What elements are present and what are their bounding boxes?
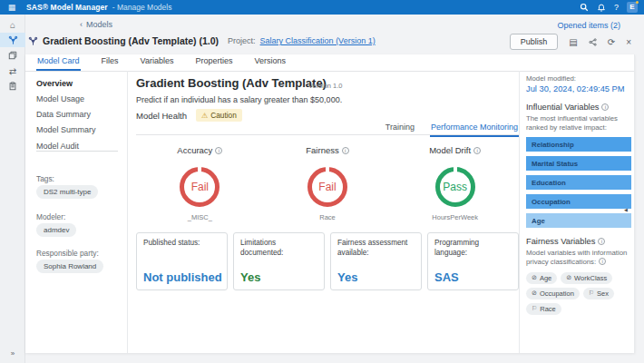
gauge-notch (198, 166, 201, 172)
info-icon[interactable]: i (598, 238, 605, 245)
champion-model-icon (28, 36, 38, 46)
fairness-chip-race: ⚐Race (526, 303, 561, 315)
project-link[interactable]: Salary Classification (Version 1) (260, 36, 376, 45)
compare-icon: ⇄ (9, 66, 16, 76)
card-label: Programming language: (434, 239, 512, 258)
report-button[interactable]: ▤ (569, 37, 577, 47)
search-icon (580, 3, 589, 12)
refresh-button[interactable]: ⟳ (608, 37, 615, 47)
user-avatar[interactable]: E (627, 2, 638, 13)
rail-home-button[interactable]: ⌂ (0, 17, 25, 32)
subnav-divider (36, 151, 118, 152)
close-icon: × (626, 37, 631, 47)
share-button[interactable] (589, 38, 597, 46)
gauge-variable: HoursPerWeek (391, 213, 519, 221)
card-label: Fairness assessment available: (337, 239, 415, 258)
model-tabs: Model Card Files Variables Properties Ve… (36, 54, 287, 71)
tab-files[interactable]: Files (101, 54, 120, 71)
subnav-model-summary[interactable]: Model Summary (36, 124, 96, 135)
warning-icon: ⚠ (201, 112, 208, 120)
info-icon[interactable]: i (599, 258, 606, 265)
app-switcher-button[interactable]: ▦ (0, 0, 24, 15)
rail-tasks-button[interactable] (0, 79, 25, 93)
model-description: Predict if an individual has a salary gr… (136, 95, 342, 104)
subnav-content-divider (127, 71, 128, 353)
responsible-party-label: Responsible party: (36, 249, 99, 258)
help-button[interactable]: ? (614, 3, 619, 12)
search-button[interactable] (580, 3, 589, 12)
subnav-data-summary[interactable]: Data Summary (36, 109, 91, 120)
product-title: SAS® Model Manager (26, 3, 108, 12)
close-button[interactable]: × (626, 37, 631, 47)
modeler-label: Modeler: (36, 212, 65, 221)
info-icon[interactable]: i (342, 147, 349, 154)
tab-model-card[interactable]: Model Card (36, 54, 81, 71)
privacy-restricted-icon: ⊘ (566, 274, 571, 281)
breadcrumb-back-link[interactable]: ‹ Models (80, 20, 112, 29)
left-rail: ⌂ ⇄ » (0, 15, 25, 363)
influential-bar: Age (526, 213, 631, 228)
breadcrumb-label: Models (86, 20, 112, 29)
panel-resize-handle[interactable]: ◀ (624, 207, 628, 212)
fairness-desc-text: Model variables with information privacy… (526, 249, 627, 266)
notifications-button[interactable] (597, 3, 606, 12)
chip-label: Occupation (540, 289, 574, 298)
influential-variables-desc: The most influential variables ranked by… (526, 114, 631, 132)
tab-versions[interactable]: Versions (253, 54, 287, 71)
info-icon[interactable]: i (601, 103, 609, 111)
rail-models-button[interactable] (0, 33, 25, 47)
model-name: Gradient Boosting (Adv Template) (136, 76, 327, 90)
grid-icon: ▦ (8, 3, 16, 12)
influential-bar: Relationship (526, 137, 631, 152)
tab-variables[interactable]: Variables (140, 54, 175, 71)
modeler-chip: admdev (36, 223, 76, 237)
fairness-variables-text: Fairness Variables (526, 237, 595, 246)
gauge-fairness: Fairnessi Fail Race (264, 141, 392, 221)
fairness-variables-title: Fairness Variablesi (526, 237, 631, 246)
card-limitations: Limitations documented: Yes (233, 232, 325, 290)
model-detail-card: Model Card Files Variables Properties Ve… (25, 54, 635, 353)
chevron-handle-icon: ◀ (624, 207, 628, 212)
chip-label: Race (540, 305, 556, 313)
fairness-chip-workclass: ⊘WorkClass (561, 272, 612, 284)
avatar-initial: E (629, 3, 634, 11)
gauge-result: Fail (318, 181, 336, 193)
card-value: Not published (143, 270, 222, 284)
share-icon (589, 38, 597, 46)
privacy-flag-icon: ⚐ (532, 305, 537, 312)
privacy-flag-icon: ⚐ (589, 289, 594, 297)
chip-label: WorkClass (574, 274, 607, 282)
info-icon[interactable]: i (215, 147, 222, 154)
fairness-chip-sex: ⚐Sex (583, 288, 614, 299)
card-value: Yes (240, 270, 260, 284)
summary-cards: Published status: Not published Limitati… (136, 232, 519, 290)
subnav-model-usage[interactable]: Model Usage (36, 93, 84, 104)
fairness-variable-chips: ⊘Age ⊘WorkClass ⊘Occupation ⚐Sex ⚐Race (526, 272, 631, 315)
responsible-party-chip: Sophia Rowland (36, 260, 103, 273)
gauge-result: Fail (191, 181, 209, 193)
model-card-subnav: Overview Model Usage Data Summary Model … (36, 78, 123, 156)
subnav-overview[interactable]: Overview (36, 78, 73, 89)
gauge-ring: Fail (180, 167, 220, 207)
card-programming-language: Programming language: SAS (427, 232, 519, 290)
copy-icon (8, 51, 17, 60)
gauge-variable: _MISC_ (136, 213, 264, 221)
rail-collapse-button[interactable]: » (0, 349, 25, 358)
chevron-left-icon: ‹ (80, 20, 83, 29)
publish-button[interactable]: Publish (510, 34, 559, 50)
monitor-divider (136, 134, 519, 135)
opened-items-link[interactable]: Opened items (2) (557, 21, 620, 30)
gauge-accuracy-title: Accuracy (177, 145, 212, 155)
gauge-notch (326, 166, 329, 172)
tab-properties[interactable]: Properties (194, 54, 233, 71)
fairness-chip-occupation: ⊘Occupation (526, 288, 580, 299)
gauge-result: Pass (443, 181, 467, 193)
gauge-model-drift: Model Drifti Pass HoursPerWeek (391, 141, 519, 221)
page-title: Gradient Boosting (Adv Template) (1.0) (43, 35, 219, 46)
rail-compare-button[interactable]: ⇄ (0, 64, 25, 78)
card-label: Published status: (143, 239, 220, 249)
info-icon[interactable]: i (473, 147, 481, 154)
refresh-icon: ⟳ (608, 37, 615, 47)
subnav-model-audit[interactable]: Model Audit (36, 141, 79, 152)
rail-projects-button[interactable] (0, 48, 25, 63)
